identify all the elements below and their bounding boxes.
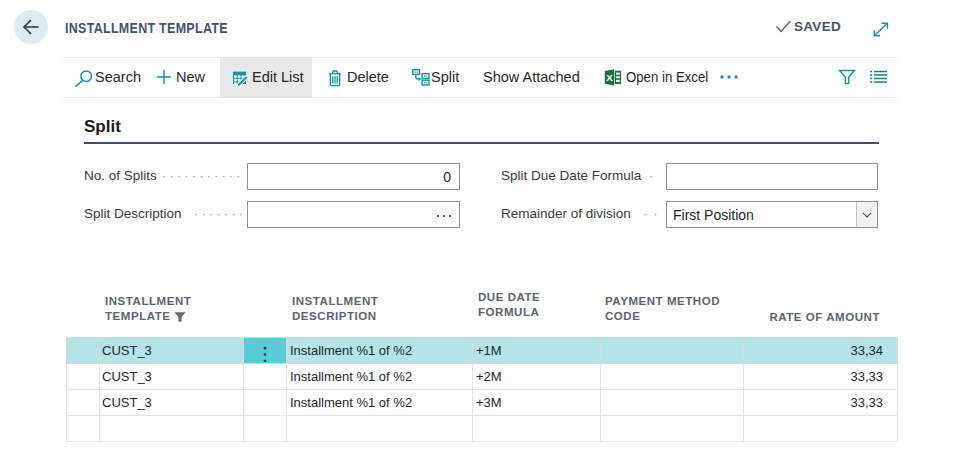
- svg-text:X: X: [606, 72, 613, 83]
